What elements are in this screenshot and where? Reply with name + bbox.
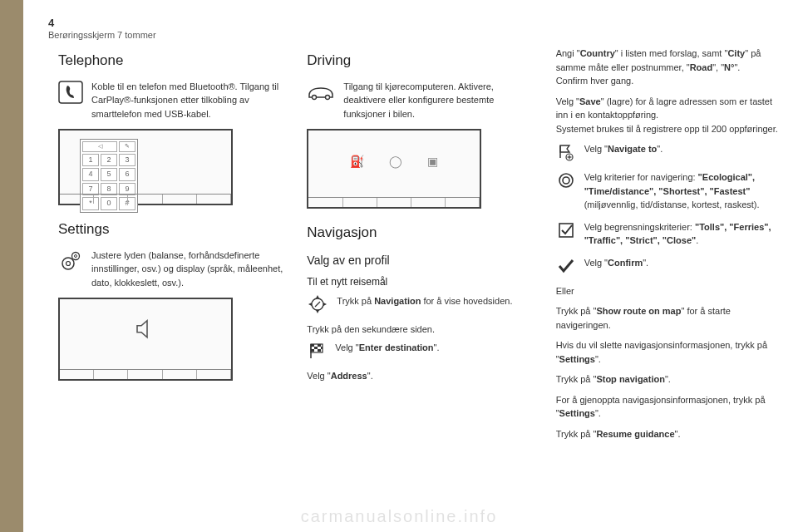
- side-stripe: [0, 0, 23, 532]
- navto-text: Velg "Navigate to".: [584, 142, 781, 156]
- key-1: 1: [82, 154, 99, 167]
- key-2: 2: [101, 154, 117, 167]
- checkbox-icon: [556, 220, 576, 240]
- t: for å vise hovedsiden.: [421, 296, 512, 306]
- t: " i listen med forslag, samt ": [615, 48, 728, 58]
- eller: Eller: [556, 284, 781, 298]
- svg-rect-14: [318, 349, 321, 352]
- t: ".: [434, 342, 440, 352]
- nav-sub2: Til et nytt reisemål: [307, 274, 532, 289]
- telephone-heading: Telephone: [58, 50, 283, 71]
- t: ".: [675, 429, 681, 439]
- t: ".: [657, 144, 663, 154]
- confirm-block: Velg "Confirm".: [556, 256, 781, 276]
- svg-point-4: [75, 254, 77, 257]
- t-bold: Navigation: [374, 296, 421, 306]
- svg-point-3: [72, 252, 80, 259]
- navto-block: Velg "Navigate to".: [556, 142, 781, 162]
- flag-plus-icon: [556, 142, 576, 162]
- t: Velg ": [335, 342, 358, 352]
- criteria-text: Velg kriterier for navigering: "Ecologic…: [584, 170, 781, 212]
- nav-heading: Navigasjon: [307, 222, 532, 244]
- flag-icon: [307, 341, 327, 361]
- criteria-block: Velg kriterier for navigering: "Ecologic…: [556, 170, 781, 212]
- column-2: Driving Tilgang til kjørecomputeren. Akt…: [307, 47, 532, 447]
- enter-dest-text: Velg "Enter destination".: [335, 341, 532, 355]
- resume-guidance: Trykk på "Resume guidance".: [556, 427, 781, 441]
- t-bold: Settings: [559, 354, 595, 364]
- t: Velg ": [556, 96, 579, 106]
- t-bold: N°: [724, 62, 734, 72]
- t-bold: Navigate to: [608, 144, 657, 154]
- key-6: 6: [119, 168, 135, 181]
- svg-rect-10: [318, 344, 321, 347]
- driving-screenshot: ⛽ ◯ ▣: [307, 129, 481, 209]
- tabs: [308, 197, 480, 207]
- secondary-text: Trykk på den sekundære siden.: [307, 323, 532, 337]
- driving-heading: Driving: [307, 50, 532, 71]
- t-bold: City: [727, 48, 745, 58]
- t: Systemet brukes til å registrere opp til…: [556, 124, 778, 134]
- t: ".: [595, 354, 601, 364]
- t: Confirm hver gang.: [556, 76, 634, 86]
- compass-icon: [307, 294, 328, 314]
- t: Velg kriterier for navigering:: [584, 172, 696, 182]
- tabs: [60, 369, 231, 379]
- t: Velg begrensningskriterier:: [584, 222, 695, 232]
- address-text: Velg "Address".: [307, 369, 532, 383]
- p2: Velg "Save" (lagre) for å lagre adressen…: [556, 95, 781, 136]
- diag-icon: ▣: [427, 152, 438, 170]
- t: ", ": [712, 62, 724, 72]
- t-bold: Stop navigation: [596, 374, 665, 384]
- svg-point-6: [326, 95, 330, 99]
- t-bold: Settings: [559, 408, 595, 418]
- svg-point-21: [563, 177, 569, 184]
- t: Trykk på ": [556, 306, 597, 316]
- t: .: [696, 235, 698, 245]
- tabs: [60, 194, 231, 204]
- speaker-icon: [134, 318, 157, 345]
- t-bold: Confirm: [608, 258, 643, 268]
- t-bold: Enter destination: [359, 342, 434, 352]
- telephone-block: Koble til en telefon med Bluetooth®. Til…: [58, 80, 283, 121]
- t: Velg ": [307, 371, 330, 381]
- driving-desc: Tilgang til kjørecomputeren. Aktivere, d…: [343, 80, 532, 121]
- t-bold: Address: [331, 371, 367, 381]
- t-bold: Save: [579, 96, 601, 106]
- t: ".: [734, 62, 740, 72]
- watermark: carmanualsonline.info: [301, 504, 498, 529]
- svg-point-20: [559, 174, 573, 187]
- settings-desc: Justere lyden (balanse, forhåndsdefinert…: [91, 249, 283, 290]
- nav-press-text: Trykk på Navigation for å vise hovedside…: [337, 294, 532, 308]
- t: Angi ": [556, 48, 580, 58]
- tire-icon: ◯: [389, 152, 402, 170]
- svg-rect-12: [321, 347, 323, 349]
- t: Trykk på ": [556, 429, 597, 439]
- t-bold: Road: [690, 62, 713, 72]
- p1: Angi "Country" i listen med forslag, sam…: [556, 47, 781, 88]
- car-icon: [307, 80, 335, 105]
- resume-settings: For å gjenoppta navigasjonsinformasjonen…: [556, 393, 781, 421]
- phone-icon: [58, 80, 83, 105]
- svg-rect-0: [59, 81, 82, 103]
- driving-block: Tilgang til kjørecomputeren. Aktivere, d…: [307, 80, 532, 121]
- svg-rect-11: [314, 347, 318, 349]
- confirm-text: Velg "Confirm".: [584, 256, 781, 270]
- column-1: Telephone Koble til en telefon med Bluet…: [58, 47, 283, 447]
- fuel-icon: ⛽: [350, 152, 364, 170]
- t: ".: [643, 258, 648, 268]
- nav-sub1: Valg av en profil: [307, 252, 532, 269]
- t: Trykk på ": [556, 374, 597, 384]
- svg-point-1: [62, 258, 74, 269]
- t: Trykk på: [337, 296, 374, 306]
- key-5: 5: [101, 168, 117, 181]
- check-icon: [556, 256, 576, 276]
- t: Velg ": [584, 258, 608, 268]
- t: ".: [595, 408, 601, 418]
- t: ".: [367, 371, 373, 381]
- key-4: 4: [82, 168, 99, 181]
- key-3: 3: [119, 154, 135, 167]
- content-columns: Telephone Koble til en telefon med Bluet…: [58, 47, 781, 447]
- column-3: Angi "Country" i listen med forslag, sam…: [556, 47, 781, 447]
- t-bold: Resume guidance: [596, 429, 674, 439]
